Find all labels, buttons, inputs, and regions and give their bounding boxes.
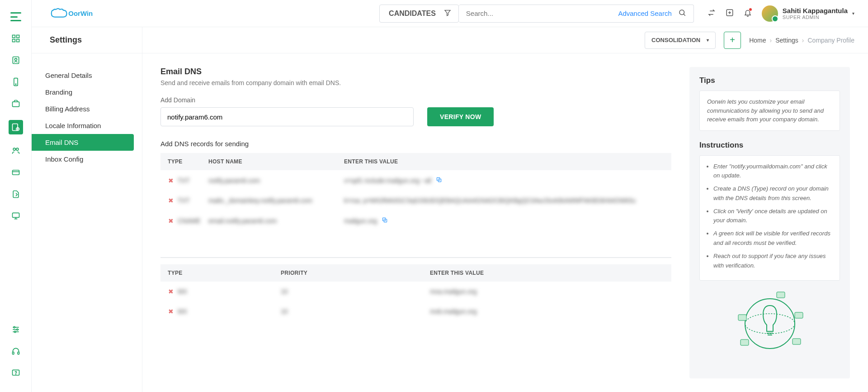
search-category-select[interactable]: CANDIDATES [379, 5, 459, 23]
briefcase-icon[interactable] [10, 98, 21, 109]
svg-rect-14 [12, 170, 19, 175]
col-value: ENTER THIS VALUE [430, 270, 664, 276]
svg-point-13 [16, 148, 18, 150]
unverified-icon: ✖ [168, 218, 174, 224]
avatar [762, 5, 778, 22]
unverified-icon: ✖ [168, 177, 174, 184]
svg-rect-2 [12, 39, 15, 42]
monitor-icon[interactable] [10, 210, 21, 221]
svg-rect-1 [16, 35, 19, 38]
table-row: ✖CNAME email.notify.param6.com mailgun.o… [160, 210, 671, 231]
tips-panel: Tips Oorwin lets you customize your emai… [689, 67, 850, 378]
user-role-label: SUPER ADMIN [783, 14, 848, 20]
chevron-right-icon: › [802, 37, 804, 44]
svg-marker-30 [445, 10, 450, 15]
svg-rect-0 [12, 35, 15, 38]
sidebar-item-email-dns[interactable]: Email DNS [32, 134, 134, 151]
svg-rect-46 [777, 292, 785, 298]
add-button[interactable]: + [724, 32, 741, 49]
lightbulb-illustration [731, 290, 808, 358]
col-value: ENTER THIS VALUE [344, 158, 664, 165]
svg-rect-47 [741, 339, 749, 345]
table-row: ✖MX 10 mxa.mailgun.org [160, 282, 671, 301]
card-icon[interactable] [10, 167, 21, 178]
table-row: ✖TXT mailo._domainkey.notify.param6.com … [160, 191, 671, 210]
menu-icon[interactable] [10, 11, 21, 22]
svg-point-12 [13, 148, 15, 150]
instructions-heading: Instructions [699, 141, 840, 150]
topbar: OorWin CANDIDATES Advanced Search [32, 0, 868, 27]
sending-section-label: Add DNS records for sending [160, 140, 671, 148]
table-row: ✖TXT notify.param6.com v=spf1 include:ma… [160, 170, 671, 191]
tips-body: Oorwin lets you customize your email com… [699, 91, 840, 131]
users-icon[interactable] [10, 145, 21, 156]
location-card-icon[interactable] [9, 120, 23, 134]
sidebar-item-branding[interactable]: Branding [32, 84, 134, 100]
user-name-label: Sahiti Kappagantula [783, 7, 848, 14]
left-rail [0, 0, 32, 392]
dashboard-icon[interactable] [10, 33, 21, 44]
crumb-home[interactable]: Home [749, 37, 766, 44]
advanced-search-link[interactable]: Advanced Search [618, 10, 671, 17]
tips-heading: Tips [699, 76, 840, 85]
col-host: HOST NAME [208, 158, 344, 165]
svg-rect-26 [18, 352, 19, 354]
svg-point-28 [15, 374, 16, 374]
domain-input[interactable] [160, 107, 414, 126]
subheader: Settings CONSOLIDATION ▾ + Home › Settin… [32, 27, 868, 53]
sliders-icon[interactable] [10, 324, 21, 335]
col-type: TYPE [168, 270, 281, 276]
add-box-icon[interactable] [726, 9, 734, 19]
svg-rect-48 [793, 339, 801, 344]
user-menu[interactable]: Sahiti Kappagantula SUPER ADMIN ▾ [762, 5, 854, 22]
svg-point-5 [14, 58, 17, 61]
crumb-current: Company Profile [808, 37, 855, 44]
svg-rect-44 [738, 315, 746, 320]
sidebar-item-locale[interactable]: Locale Information [32, 117, 134, 134]
doc-send-icon[interactable] [10, 189, 21, 200]
page-title: Email DNS [160, 67, 671, 76]
svg-line-32 [684, 14, 685, 16]
phone-icon[interactable] [10, 76, 21, 87]
chevron-down-icon: ▾ [707, 38, 709, 43]
notification-dot [749, 8, 752, 11]
search-input[interactable] [466, 10, 618, 17]
consolidation-label: CONSOLIDATION [651, 37, 700, 43]
copy-icon[interactable] [382, 217, 388, 225]
unverified-icon: ✖ [168, 197, 174, 204]
help-icon[interactable] [10, 368, 21, 378]
headset-icon[interactable] [10, 346, 21, 357]
svg-point-23 [16, 329, 18, 330]
sidebar-item-billing[interactable]: Billing Address [32, 100, 134, 117]
copy-icon[interactable] [436, 177, 442, 184]
instruction-item: A green tick will be visible for verifie… [713, 229, 832, 248]
contact-icon[interactable] [10, 55, 21, 66]
bell-icon[interactable] [744, 9, 752, 19]
svg-rect-25 [12, 352, 14, 354]
chevron-right-icon: › [770, 37, 772, 44]
svg-point-11 [17, 129, 18, 129]
settings-sidebar: General Details Branding Billing Address… [32, 53, 142, 392]
svg-rect-9 [12, 124, 18, 131]
instruction-item: Enter "notify.yourmaildomain.com" and cl… [713, 162, 832, 181]
unverified-icon: ✖ [168, 308, 174, 315]
page-section-title: Settings [32, 27, 142, 53]
verify-button[interactable]: VERIFY NOW [427, 107, 494, 126]
filter-icon [444, 9, 451, 18]
consolidation-select[interactable]: CONSOLIDATION ▾ [645, 32, 716, 49]
instruction-item: Create a DNS (Type) record on your domai… [713, 184, 832, 203]
crumb-settings[interactable]: Settings [775, 37, 798, 44]
svg-text:OorWin: OorWin [68, 10, 93, 17]
sidebar-item-general[interactable]: General Details [32, 67, 134, 84]
sidebar-item-inbox[interactable]: Inbox Config [32, 151, 134, 167]
logo[interactable]: OorWin [50, 6, 104, 21]
svg-point-40 [745, 299, 795, 349]
instruction-item: Click on 'Verify' once details are updat… [713, 207, 832, 226]
search-icon[interactable] [678, 9, 686, 19]
swap-icon[interactable] [708, 9, 716, 19]
col-priority: PRIORITY [281, 270, 430, 276]
chevron-down-icon: ▾ [852, 11, 854, 16]
svg-rect-8 [12, 102, 19, 107]
svg-point-41 [745, 314, 795, 334]
svg-point-22 [14, 326, 15, 328]
